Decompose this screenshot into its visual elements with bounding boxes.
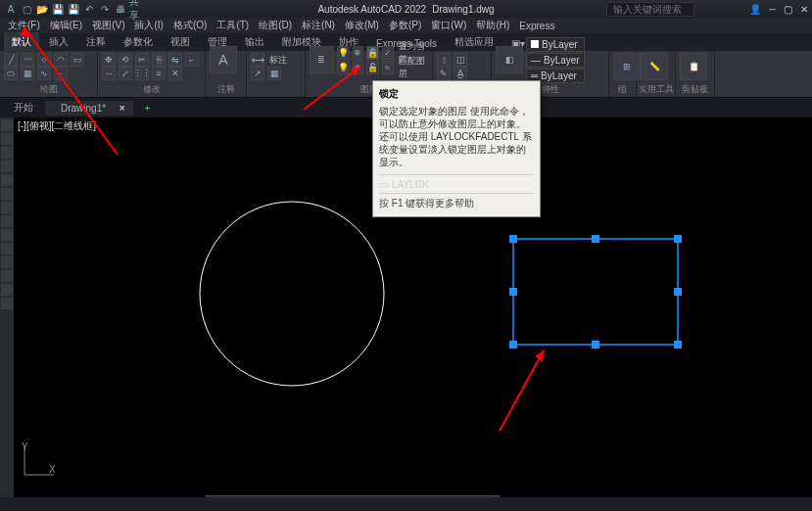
menu-dimension[interactable]: 标注(N) [298, 19, 339, 32]
minimize-icon[interactable]: ─ [769, 4, 776, 15]
tool-icon[interactable] [1, 270, 13, 282]
color-combo[interactable]: ByLayer [526, 37, 585, 52]
spline-icon[interactable]: ∿ [37, 67, 51, 80]
match-layer-button[interactable]: 匹配图层 [397, 55, 429, 80]
point-icon[interactable]: · [54, 67, 68, 80]
menu-view[interactable]: 视图(V) [88, 19, 128, 32]
layer-lock-icon[interactable]: 🔒 [366, 46, 379, 60]
svg-rect-5 [592, 235, 599, 243]
stretch-icon[interactable]: ↔ [102, 67, 116, 80]
open-icon[interactable]: 📂 [35, 2, 49, 16]
saveas-icon[interactable]: 💾 [67, 2, 80, 16]
tab-drawing[interactable]: Drawing1* × [45, 101, 133, 116]
ellipse-icon[interactable]: ⬭ [4, 67, 18, 80]
tab-view[interactable]: 视图 [163, 32, 198, 51]
signin-icon[interactable]: 👤 [749, 4, 761, 15]
menu-help[interactable]: 帮助(H) [472, 19, 513, 32]
hatch-icon[interactable]: ▦ [21, 67, 34, 80]
create-block-icon[interactable]: ◫ [454, 53, 467, 67]
layer-thaw-icon[interactable]: ☀ [353, 61, 364, 74]
tool-icon[interactable] [1, 229, 13, 241]
menu-parametric[interactable]: 参数(P) [385, 19, 425, 32]
menu-edit[interactable]: 编辑(E) [46, 19, 86, 32]
tab-featured[interactable]: 精选应用 [447, 32, 502, 51]
new-icon[interactable]: ▢ [20, 2, 33, 16]
tab-annotate[interactable]: 注释 [78, 32, 114, 51]
tool-icon[interactable] [1, 147, 13, 159]
insert-block-icon[interactable]: ⎀ [437, 53, 451, 67]
menu-tools[interactable]: 工具(T) [213, 19, 253, 32]
tab-insert[interactable]: 插入 [41, 32, 76, 51]
layer-freeze-icon[interactable]: ❄ [353, 46, 364, 60]
viewport-label[interactable]: [-][俯视][二维线框] [18, 119, 96, 133]
layer-on-icon[interactable]: 💡 [337, 61, 350, 74]
tool-icon[interactable] [1, 215, 13, 227]
layer-current-icon[interactable]: ✓ [382, 46, 394, 60]
rect-icon[interactable]: ▭ [71, 53, 84, 67]
tool-icon[interactable] [1, 202, 13, 213]
svg-rect-3 [509, 341, 517, 348]
layer-match-icon[interactable]: ≈ [382, 61, 394, 74]
copy-icon[interactable]: ⎘ [152, 53, 166, 67]
edit-block-icon[interactable]: ✎ [437, 67, 451, 80]
circle-icon[interactable]: ○ [37, 53, 51, 67]
mirror-icon[interactable]: ⇋ [168, 53, 182, 67]
tool-icon[interactable] [1, 188, 13, 200]
close-icon[interactable]: ✕ [800, 4, 808, 15]
autocad-logo-icon[interactable]: A [4, 2, 18, 16]
tab-parametric[interactable]: 参数化 [116, 32, 161, 51]
save-icon[interactable]: 💾 [51, 2, 65, 16]
tool-icon[interactable] [1, 174, 13, 186]
tool-icon[interactable] [1, 119, 13, 131]
attr-edit-icon[interactable]: A̲ [454, 67, 467, 80]
tool-icon[interactable] [1, 284, 13, 296]
new-tab-icon[interactable]: + [137, 101, 159, 116]
menu-draw[interactable]: 绘图(D) [255, 19, 296, 32]
layer-off-icon[interactable]: 💡 [337, 46, 350, 60]
leader-icon[interactable]: ↗ [251, 67, 264, 80]
tab-home[interactable]: 默认 [4, 32, 39, 51]
share-icon[interactable]: 共享 [129, 2, 143, 16]
move-icon[interactable]: ✥ [102, 53, 116, 67]
tab-output[interactable]: 输出 [237, 32, 272, 51]
text-icon[interactable]: A [210, 46, 237, 73]
scale-icon[interactable]: ⤢ [119, 67, 132, 80]
layer-unlock-icon[interactable]: 🔓 [366, 61, 379, 74]
rectangle-selected[interactable] [509, 235, 682, 348]
tab-start[interactable]: 开始 [6, 99, 41, 116]
tool-icon[interactable] [1, 161, 13, 172]
table-icon[interactable]: ▦ [267, 67, 281, 80]
tool-icon[interactable] [1, 243, 13, 255]
dim-label[interactable]: 标注 [267, 54, 289, 67]
match-props-icon[interactable]: ◧ [496, 46, 523, 73]
paste-icon[interactable]: 📋 [680, 53, 707, 80]
offset-icon[interactable]: ≡ [152, 67, 166, 80]
tool-icon[interactable] [1, 133, 13, 145]
tool-icon[interactable] [1, 298, 13, 309]
linetype-combo[interactable]: —ByLayer [526, 53, 585, 68]
fillet-icon[interactable]: ⌐ [185, 53, 199, 67]
tooltip-title: 锁定 [379, 87, 534, 101]
array-icon[interactable]: ⋮⋮ [135, 67, 149, 80]
menu-file[interactable]: 文件(F) [4, 19, 44, 32]
undo-icon[interactable]: ↶ [82, 2, 96, 16]
circle-entity[interactable] [200, 202, 384, 386]
rotate-icon[interactable]: ⟲ [119, 53, 132, 67]
arc-icon[interactable]: ◠ [54, 53, 68, 67]
menu-express[interactable]: Express [515, 21, 558, 31]
trim-icon[interactable]: ✂ [135, 53, 149, 67]
menu-window[interactable]: 窗口(W) [427, 19, 470, 32]
measure-icon[interactable]: 📏 [641, 53, 668, 80]
menu-format[interactable]: 格式(O) [169, 19, 211, 32]
line-icon[interactable]: ╱ [4, 53, 18, 67]
menu-modify[interactable]: 修改(M) [341, 19, 383, 32]
help-search-input[interactable] [606, 2, 694, 17]
erase-icon[interactable]: ✕ [168, 67, 182, 80]
layer-properties-icon[interactable]: ≣ [310, 46, 334, 73]
tool-icon[interactable] [1, 256, 13, 268]
dim-icon[interactable]: ⟷ [251, 53, 264, 67]
plot-icon[interactable]: 🖶 [114, 2, 127, 16]
redo-icon[interactable]: ↷ [98, 2, 112, 16]
maximize-icon[interactable]: ▢ [784, 4, 792, 15]
polyline-icon[interactable]: 〰 [21, 53, 34, 67]
